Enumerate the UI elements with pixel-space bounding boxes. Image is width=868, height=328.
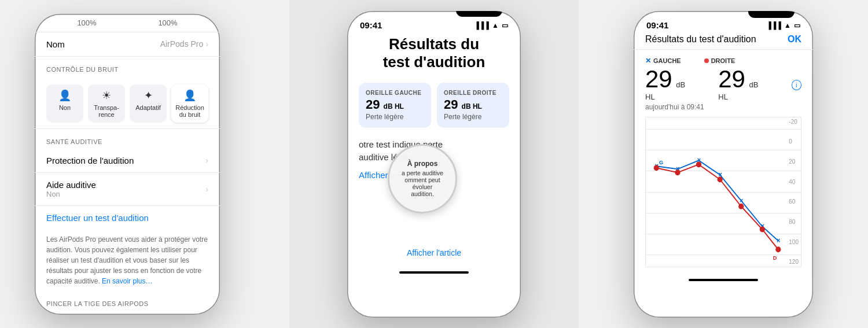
aide-chevron: ›	[205, 185, 208, 194]
panel-left: 100% 100% Nom AirPods Pro › CONTRÔLE DU …	[0, 0, 289, 328]
dynamic-island-3	[748, 11, 795, 18]
name-label: Nom	[46, 39, 65, 49]
chevron-icon: ›	[205, 39, 208, 49]
side-labels: ✕ GAUCHE DROITE	[645, 57, 801, 65]
svg-point-7	[654, 165, 659, 171]
wifi-icon-3: ▲	[784, 21, 791, 30]
description-text: Les AirPods Pro peuvent vous aider à pro…	[35, 230, 220, 291]
left-ear-desc: Perte légère	[366, 113, 424, 121]
en-savoir-link[interactable]: En savoir plus…	[102, 277, 152, 285]
left-ear-card: OREILLE GAUCHE 29 dB HL Perte légère	[359, 83, 431, 128]
noise-off-icon: 👤	[58, 89, 71, 102]
aide-label: Aide auditive	[46, 180, 96, 190]
protection-label-group: Protection de l'audition	[46, 156, 134, 165]
aide-label-group: Aide auditive Non	[46, 180, 96, 198]
svg-point-8	[675, 169, 680, 175]
dot-red-icon	[704, 58, 709, 63]
phone3-header: Résultats du test d'audition OK	[634, 27, 813, 50]
noise-adaptatif-icon: ✦	[144, 89, 153, 102]
status-time-3: 09:41	[646, 20, 668, 30]
value-row: 29 dB HL 29 dB HL i	[645, 67, 801, 102]
left-side-label: ✕ GAUCHE	[645, 57, 681, 65]
left-ear-label: OREILLE GAUCHE	[366, 90, 424, 96]
svg-text:×: ×	[740, 197, 744, 204]
signal-icon-3: ▐▐▐	[767, 21, 782, 30]
pincer-section: PINCER LA TIGE DES AIRPODS	[35, 291, 220, 311]
noise-transparence-label: Transpa-rence	[94, 104, 119, 118]
left-value-group: 29 dB HL	[645, 67, 695, 102]
noise-btn-transparence[interactable]: ☀ Transpa-rence	[88, 84, 125, 123]
noise-section-header: CONTRÔLE DU BRUIT	[35, 57, 220, 76]
phone-2: 09:41 ▐▐▐ ▲ ▭ Résultats du test d'auditi…	[347, 11, 521, 318]
info-icon[interactable]: i	[792, 80, 801, 90]
svg-text:D: D	[773, 254, 777, 260]
status-time-2: 09:41	[360, 20, 382, 30]
protection-label: Protection de l'audition	[46, 156, 134, 165]
audiogram-svg: × × × × × × ×	[646, 117, 784, 267]
left-ear-value: 29 dB HL	[366, 98, 424, 111]
ear-cards: OREILLE GAUCHE 29 dB HL Perte légère ORE…	[359, 83, 509, 128]
audiogram-chart: -20 0 20 40 60 80 100 120 × × ×	[645, 117, 801, 267]
phone2-content: Résultats du test d'audition OREILLE GAU…	[347, 26, 521, 267]
result-area: otre test indique perteauditive légère. …	[359, 138, 509, 196]
panel-right: 09:41 ▐▐▐ ▲ ▭ Résultats du test d'auditi…	[579, 0, 868, 328]
phone-1: 100% 100% Nom AirPods Pro › CONTRÔLE DU …	[35, 14, 220, 315]
ok-button[interactable]: OK	[788, 34, 801, 45]
name-value: AirPods Pro ›	[160, 39, 208, 49]
panel-middle: 09:41 ▐▐▐ ▲ ▭ Résultats du test d'auditi…	[289, 0, 579, 328]
noise-reduction-label: Réductiondu bruit	[175, 104, 204, 118]
name-row[interactable]: Nom AirPods Pro ›	[35, 32, 220, 57]
status-icons-3: ▐▐▐ ▲ ▭	[767, 21, 800, 30]
hearing-title-2: Résultats du test d'audition	[359, 35, 509, 71]
chart-labels: -20 0 20 40 60 80 100 120	[789, 117, 799, 267]
battery-left: 100%	[77, 19, 96, 27]
signal-icon-2: ▐▐▐	[475, 21, 490, 30]
x-icon-left: ✕	[645, 57, 651, 65]
dynamic-island-2	[456, 11, 502, 17]
aide-item[interactable]: Aide auditive Non ›	[35, 173, 220, 206]
svg-point-12	[760, 226, 765, 232]
battery-row: 100% 100%	[35, 14, 220, 32]
wifi-icon-2: ▲	[492, 21, 499, 30]
noise-control: 👤 Non ☀ Transpa-rence ✦ Adaptatif 👤 Rédu…	[35, 76, 220, 129]
status-icons-2: ▐▐▐ ▲ ▭	[475, 21, 508, 30]
noise-btn-reduction[interactable]: 👤 Réductiondu bruit	[171, 84, 208, 123]
noise-adaptatif-label: Adaptatif	[135, 104, 160, 111]
noise-btn-non[interactable]: 👤 Non	[46, 84, 83, 123]
health-section-header: SANTÉ AUDITIVE	[35, 129, 220, 149]
right-ear-unit: dB HL	[462, 102, 482, 110]
noise-transparence-icon: ☀	[102, 89, 111, 102]
article-link[interactable]: Afficher l'article	[359, 248, 509, 257]
svg-point-10	[718, 176, 723, 182]
phone-3: 09:41 ▐▐▐ ▲ ▭ Résultats du test d'auditi…	[634, 11, 813, 318]
svg-text:G: G	[659, 159, 663, 165]
right-ear-value: 29 dB HL	[444, 98, 502, 111]
battery-icon-2: ▭	[502, 21, 508, 30]
hearing-results: ✕ GAUCHE DROITE 29 dB HL 29 dB HL i	[634, 50, 813, 274]
magnifier-body: a perte auditiveomment peut évolueraudit…	[396, 169, 448, 197]
magnifier-bubble: À propos a perte auditiveomment peut évo…	[388, 144, 457, 213]
svg-point-9	[696, 161, 701, 167]
test-link[interactable]: Effectuer un test d'audition	[35, 206, 220, 230]
noise-btn-adaptatif[interactable]: ✦ Adaptatif	[130, 84, 167, 123]
aide-subtitle: Non	[46, 190, 96, 198]
home-indicator-2	[399, 271, 469, 274]
svg-point-11	[738, 203, 744, 209]
svg-text:×: ×	[777, 237, 781, 244]
date-row: aujourd'hui à 09:41	[645, 103, 801, 111]
right-ear-label: OREILLE DROITE	[444, 90, 502, 96]
magnifier-title: À propos	[407, 160, 438, 168]
protection-chevron: ›	[205, 156, 208, 165]
right-ear-desc: Perte légère	[444, 113, 502, 121]
battery-icon-3: ▭	[794, 21, 800, 30]
noise-buttons: 👤 Non ☀ Transpa-rence ✦ Adaptatif 👤 Rédu…	[46, 84, 208, 123]
home-indicator-3	[689, 279, 758, 281]
protection-item[interactable]: Protection de l'audition ›	[35, 149, 220, 173]
left-big-val: 29	[645, 65, 672, 93]
svg-point-13	[775, 246, 781, 252]
noise-reduction-icon: 👤	[183, 89, 196, 102]
battery-right: 100%	[158, 19, 177, 27]
left-ear-unit: dB HL	[384, 102, 404, 110]
phone3-title: Résultats du test d'audition	[645, 34, 756, 45]
right-ear-card: OREILLE DROITE 29 dB HL Perte légère	[437, 83, 509, 128]
